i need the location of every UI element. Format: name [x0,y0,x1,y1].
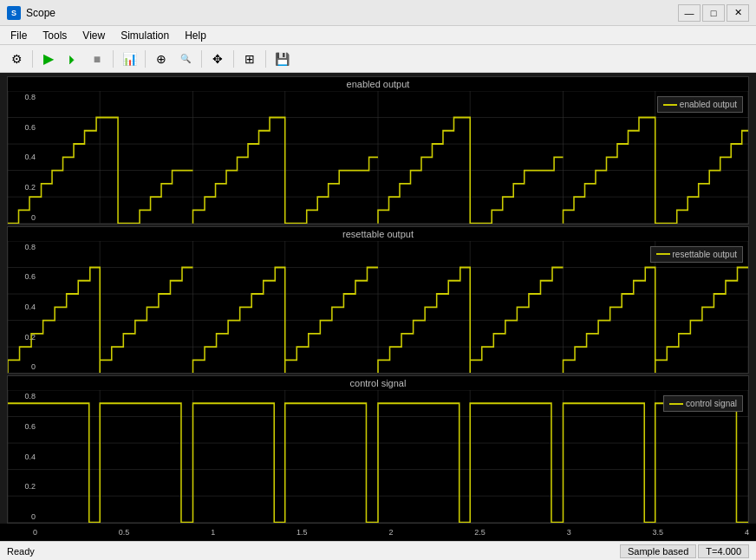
main-content: enabled output [0,73,756,541]
menu-help[interactable]: Help [178,28,213,43]
plot-enabled-output: enabled output [7,76,749,225]
status-bar: Ready Sample based T=4.000 [0,541,756,560]
menu-simulation[interactable]: Simulation [114,28,176,43]
close-button[interactable]: ✕ [727,4,749,22]
zoom-in-wide[interactable]: 🔍 [174,49,197,69]
x-label-4: 4 [745,528,749,537]
sample-based-label: Sample based [620,544,696,558]
plot-resettable-output: resettable output [7,226,749,374]
legend-line-2 [656,253,670,255]
plot2-inner: 0.8 0.6 0.4 0.2 0 resettable output [8,241,748,374]
x-label-0: 0 [33,528,37,537]
toolbar-separator-3 [145,50,146,68]
x-label-1: 1 [211,528,215,537]
x-label-2: 2 [388,528,393,537]
minimize-button[interactable]: — [678,4,701,22]
window-title: Scope [26,7,55,19]
menu-view[interactable]: View [75,28,112,43]
time-label: T=4.000 [698,544,749,558]
stop-button[interactable]: ■ [86,49,108,69]
toolbar-separator-6 [265,50,266,68]
plot3-inner: 0.8 0.6 0.4 0.2 0 control signal [8,390,748,523]
x-label-0.5: 0.5 [119,528,130,537]
menu-bar: File Tools View Simulation Help [0,26,756,45]
app-icon: S [7,6,21,20]
menu-tools[interactable]: Tools [36,28,74,43]
save-button[interactable]: 💾 [270,49,293,69]
settings-button[interactable]: ⚙ [5,49,28,69]
title-bar: S Scope — □ ✕ [0,0,756,26]
toolbar-separator-1 [32,50,33,68]
plot3-title: control signal [8,376,748,390]
autoscale-button[interactable]: ⊞ [238,49,261,69]
plot3-legend: control signal [663,395,743,412]
legend-line-1 [663,104,677,106]
plot1-legend-text: enabled output [680,100,737,109]
plot1-svg [8,91,748,224]
toolbar-separator-2 [113,50,114,68]
x-axis-bar: 0 0.5 1 1.5 2 2.5 3 3.5 4 [0,524,756,541]
x-label-3: 3 [567,528,571,537]
plot2-legend: resettable output [650,246,744,263]
plot2-title: resettable output [8,227,748,241]
plot2-svg [8,241,748,374]
plot3-svg [8,390,748,523]
menu-file[interactable]: File [3,28,34,43]
x-labels: 0 0.5 1 1.5 2 2.5 3 3.5 4 [33,528,749,537]
run-button[interactable]: ▶ [37,49,60,69]
plots-container: enabled output [0,73,756,524]
x-label-1.5: 1.5 [297,528,308,537]
toolbar: ⚙ ▶ ⏵ ■ 📊 ⊕ 🔍 ✥ ⊞ 💾 [0,45,756,73]
x-label-2.5: 2.5 [474,528,486,537]
plot1-title: enabled output [8,77,748,91]
pan-button[interactable]: ✥ [206,49,229,69]
toolbar-separator-5 [233,50,234,68]
plot1-inner: 0.8 0.6 0.4 0.2 0 enabled output [8,91,748,224]
maximize-button[interactable]: □ [702,4,725,22]
plot3-legend-text: control signal [686,399,737,408]
status-right: Sample based T=4.000 [620,544,749,558]
legend-line-3 [669,403,683,405]
step-button[interactable]: ⏵ [62,49,84,69]
zoom-in-button[interactable]: ⊕ [150,49,173,69]
plot-control-signal: control signal [7,375,749,524]
plot1-legend: enabled output [657,96,743,113]
status-text: Ready [7,546,35,557]
x-label-3.5: 3.5 [653,528,664,537]
toolbar-separator-4 [201,50,202,68]
scope-settings-button[interactable]: 📊 [118,49,140,69]
plot2-legend-text: resettable output [673,250,738,259]
